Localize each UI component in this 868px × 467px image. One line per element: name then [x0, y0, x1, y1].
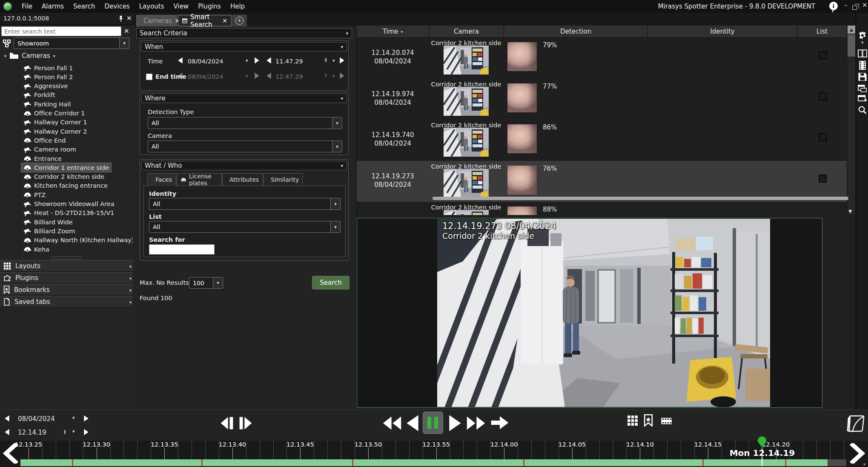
detected-face-image[interactable]	[507, 206, 537, 215]
menu-item[interactable]: Alarms	[37, 3, 69, 10]
time-next-icon[interactable]	[339, 72, 345, 79]
chevron-down-icon[interactable]	[213, 278, 223, 288]
panel-splitter[interactable]	[51, 256, 82, 259]
export-icon[interactable]	[858, 83, 867, 92]
save-icon[interactable]	[858, 72, 867, 81]
timeline-scroll-left-icon[interactable]	[2, 443, 19, 464]
detected-face-image[interactable]	[507, 42, 537, 71]
time-next-icon[interactable]	[339, 57, 345, 64]
camera-tree-item[interactable]: Billiard Zoom	[0, 226, 132, 235]
result-thumbnail[interactable]	[444, 128, 489, 157]
result-row[interactable]: 12.14.19.74008/04/2024 Corridor 2 kitche…	[357, 120, 847, 160]
collapse-icon[interactable]	[129, 264, 132, 268]
recording-band[interactable]	[20, 459, 828, 466]
date-dropdown-icon[interactable]	[246, 73, 248, 79]
where-header[interactable]: Where	[141, 94, 347, 103]
result-row[interactable]: Corridor 2 kitchen side 88%	[357, 202, 847, 215]
menu-item[interactable]: Layouts	[135, 3, 169, 10]
menu-item[interactable]: Search	[69, 3, 100, 10]
time-spinner[interactable]: ▴▾	[325, 57, 327, 62]
vertical-scrollbar[interactable]: ▲ ▼	[847, 26, 855, 215]
bookmark-icon[interactable]	[644, 414, 653, 427]
camera-tree-item[interactable]: Corridor 2 kitchen side	[0, 172, 132, 181]
profile-select[interactable]: Showroom	[14, 37, 129, 49]
new-tab-button[interactable]: +	[232, 15, 246, 26]
rewind-button[interactable]	[382, 414, 402, 432]
jump-forward-button[interactable]	[490, 415, 509, 430]
date-dropdown-icon[interactable]	[246, 58, 248, 63]
sidebar-panel-plugins[interactable]: Plugins	[0, 272, 136, 284]
time-value[interactable]: 11.47.29	[275, 58, 303, 65]
chevron-down-icon[interactable]	[119, 38, 129, 49]
camera-tree-item[interactable]: Kitchen facing entrance	[0, 181, 132, 190]
next-time-icon[interactable]	[83, 429, 89, 435]
menu-item[interactable]: File	[17, 3, 37, 10]
end-time-value[interactable]: 12.47.29	[275, 73, 303, 80]
close-button[interactable]: ✕	[862, 1, 868, 9]
result-row[interactable]: 12.14.20.07408/04/2024 Corridor 2 kitche…	[357, 37, 847, 78]
result-thumbnail[interactable]	[444, 87, 489, 116]
pin-icon[interactable]	[117, 15, 124, 22]
fast-forward-button[interactable]	[466, 414, 486, 432]
horizontal-scrollbar[interactable]	[433, 197, 848, 200]
prev-time-icon[interactable]	[266, 72, 272, 79]
camera-tree-item[interactable]: Billiard Wide	[0, 218, 132, 226]
sidebar-panel-layouts[interactable]: Layouts	[0, 260, 136, 272]
step-backward-button[interactable]	[220, 415, 234, 431]
info-icon[interactable]: i	[829, 2, 838, 10]
end-date-value[interactable]: 08/04/2024	[188, 73, 223, 80]
play-backward-button[interactable]	[405, 414, 420, 432]
identity-select[interactable]: All	[149, 198, 341, 210]
prev-date-icon[interactable]	[178, 57, 183, 64]
time-date-value[interactable]: 08/04/2024	[188, 58, 223, 65]
time-dropdown-icon[interactable]	[332, 58, 335, 63]
scrollbar-thumb[interactable]	[848, 34, 855, 57]
video-tile[interactable]: 12.14.19.273 08/04/2024 Corridor 2 kitch…	[357, 218, 822, 408]
settings-gear-icon[interactable]	[858, 31, 867, 40]
filmstrip-icon[interactable]	[659, 416, 672, 426]
column-identity[interactable]: Identity	[647, 26, 797, 37]
close-tab-icon[interactable]: ✕	[222, 17, 227, 24]
end-time-checkbox[interactable]	[146, 74, 152, 80]
collapse-icon[interactable]	[129, 299, 132, 304]
restore-button[interactable]	[854, 4, 859, 9]
column-list[interactable]: List	[797, 26, 847, 37]
camera-tree-item[interactable]: Showroom Videowall Area	[0, 200, 132, 209]
camera-tree-item[interactable]: Keha	[0, 245, 132, 254]
time-dropdown-icon[interactable]	[72, 429, 75, 434]
timeline-scroll-right-icon[interactable]	[849, 443, 866, 464]
sitemap-icon[interactable]	[3, 39, 11, 48]
menu-item[interactable]: Help	[226, 3, 249, 10]
detected-face-image[interactable]	[507, 83, 537, 112]
next-date-icon[interactable]	[254, 72, 260, 79]
tab-smart-search[interactable]: Smart Search ✕	[178, 15, 232, 26]
max-results-select[interactable]: 100	[189, 277, 223, 289]
sidebar-panel-bookmarks[interactable]: Bookmarks	[0, 284, 136, 295]
chevron-down-icon[interactable]	[330, 221, 340, 232]
list-select[interactable]: All	[149, 221, 341, 233]
tab-faces[interactable]: Faces	[147, 173, 176, 186]
list-checkbox[interactable]	[819, 92, 827, 100]
chevron-down-icon[interactable]	[332, 117, 342, 129]
scroll-down-icon[interactable]: ▼	[848, 209, 852, 214]
layout-film-icon[interactable]	[858, 49, 867, 57]
sidebar-panel-saved-tabs[interactable]: Saved tabs	[0, 296, 136, 307]
list-checkbox[interactable]	[819, 51, 827, 59]
time-spinner[interactable]: ▴▾	[64, 429, 66, 434]
time-dropdown-icon[interactable]	[332, 73, 335, 79]
column-camera[interactable]: Camera	[429, 26, 504, 37]
grid-layout-icon[interactable]	[627, 415, 638, 426]
camera-tree-item[interactable]: Heat - DS-2TD2136-15/V1	[0, 209, 132, 218]
camera-tree-root[interactable]: ▾ Cameras ▾	[4, 52, 55, 60]
pause-button[interactable]	[423, 412, 443, 434]
camera-tree-item[interactable]: Person Fall 1	[0, 63, 132, 72]
column-detection[interactable]: Detection	[504, 26, 647, 37]
chevron-down-icon[interactable]	[330, 198, 340, 209]
chevron-down-icon[interactable]	[332, 141, 342, 152]
list-checkbox[interactable]	[819, 175, 827, 183]
what-who-header[interactable]: What / Who	[141, 161, 347, 170]
settings-dropdown-icon[interactable]	[858, 40, 867, 45]
no-recording-band[interactable]	[828, 459, 846, 466]
tab-attributes[interactable]: Attributes	[222, 173, 263, 186]
camera-tree-item[interactable]: Hallway Corner 1	[0, 118, 132, 127]
